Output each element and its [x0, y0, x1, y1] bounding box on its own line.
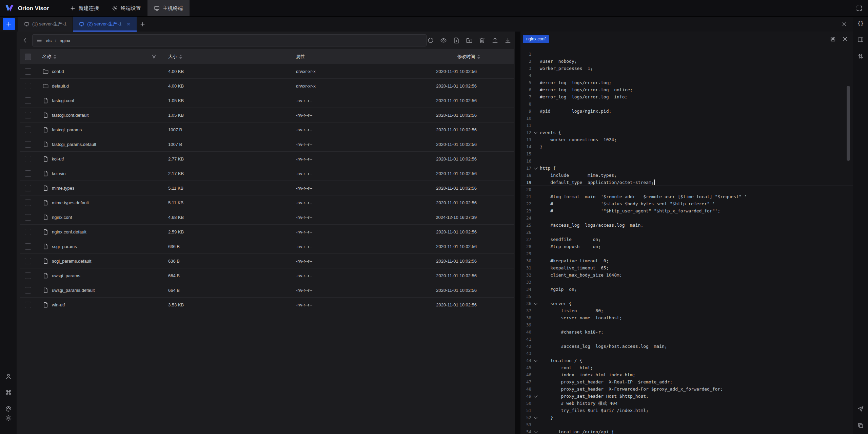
- code-line-2[interactable]: 2#user nobody;: [520, 58, 853, 65]
- code-line-12[interactable]: 12events {: [520, 129, 853, 136]
- code-line-53[interactable]: 53: [520, 421, 853, 428]
- sort-size-icon[interactable]: [179, 55, 182, 59]
- file-row-conf.d[interactable]: conf.d4.00 KBdrwxr-xr-x2020-11-01 10:02:…: [20, 64, 514, 79]
- column-header-mtime[interactable]: 修改时间: [457, 54, 475, 60]
- file-name[interactable]: conf.d: [52, 69, 64, 74]
- row-checkbox[interactable]: [25, 214, 31, 221]
- code-line-42[interactable]: 42 #access_log logs/host.access.log main…: [520, 343, 853, 350]
- file-row-mime.types.default[interactable]: mime.types.default5.11 KB-rw-r--r--2020-…: [20, 195, 514, 210]
- file-name[interactable]: koi-utf: [52, 156, 64, 162]
- send-button[interactable]: [857, 405, 864, 412]
- tab-server-1[interactable]: (1) server-生产-1: [18, 17, 73, 32]
- editor-close-button[interactable]: [842, 36, 848, 42]
- code-line-24[interactable]: 24: [520, 214, 853, 222]
- list-icon[interactable]: [36, 37, 42, 43]
- file-name[interactable]: default.d: [52, 83, 69, 89]
- row-checkbox[interactable]: [25, 185, 31, 191]
- tab-server-2[interactable]: (2) server-生产-1: [73, 17, 137, 32]
- file-row-default.d[interactable]: default.d4.00 KBdrwxr-xr-x2020-11-01 10:…: [20, 79, 514, 93]
- code-line-27[interactable]: 27 sendfile on;: [520, 236, 853, 243]
- file-name[interactable]: scgi_params.default: [52, 259, 91, 264]
- new-connection-button[interactable]: [3, 18, 15, 30]
- code-line-54[interactable]: 54 location /orion/api {: [520, 428, 853, 434]
- file-name[interactable]: mime.types.default: [52, 200, 89, 205]
- file-row-scgi_params.default[interactable]: scgi_params.default636 B-rw-r--r--2020-1…: [20, 254, 514, 268]
- new-folder-button[interactable]: [465, 36, 473, 44]
- code-line-52[interactable]: 52 }: [520, 414, 853, 421]
- refresh-button[interactable]: [427, 36, 435, 44]
- file-name[interactable]: scgi_params: [52, 244, 77, 249]
- new-file-button[interactable]: [452, 36, 460, 44]
- code-line-11[interactable]: 11: [520, 122, 853, 129]
- sort-mtime-icon[interactable]: [477, 55, 480, 59]
- row-checkbox[interactable]: [25, 170, 31, 177]
- file-row-koi-utf[interactable]: koi-utf2.77 KB-rw-r--r--2020-11-01 10:02…: [20, 152, 514, 166]
- row-checkbox[interactable]: [25, 156, 31, 162]
- braces-button[interactable]: {}: [857, 20, 864, 26]
- file-name[interactable]: uwsgi_params: [52, 273, 80, 278]
- code-line-22[interactable]: 22 # '$status $body_bytes_sent "$http_re…: [520, 200, 853, 207]
- code-line-37[interactable]: 37 listen 80;: [520, 307, 853, 314]
- row-checkbox[interactable]: [25, 272, 31, 279]
- file-row-uwsgi_params[interactable]: uwsgi_params664 B-rw-r--r--2020-11-01 10…: [20, 268, 514, 283]
- swap-button[interactable]: [857, 53, 864, 60]
- file-name[interactable]: fastcgi.conf: [52, 98, 74, 103]
- file-name[interactable]: koi-win: [52, 171, 65, 176]
- file-name[interactable]: win-utf: [52, 302, 65, 307]
- code-line-47[interactable]: 47 proxy_set_header X-Real-IP $remote_ad…: [520, 378, 853, 385]
- code-line-3[interactable]: 3worker_processes 1;: [520, 65, 853, 72]
- code-editor[interactable]: 12#user nobody;3worker_processes 1;45#er…: [520, 51, 853, 434]
- fold-chevron-icon[interactable]: [534, 415, 537, 419]
- theme-button[interactable]: [5, 405, 12, 412]
- fold-chevron-icon[interactable]: [534, 394, 537, 397]
- code-line-49[interactable]: 49 proxy_set_header Host $http_host;: [520, 393, 853, 400]
- upload-button[interactable]: [491, 36, 499, 44]
- code-line-29[interactable]: 29: [520, 250, 853, 257]
- code-line-28[interactable]: 28 #tcp_nopush on;: [520, 243, 853, 250]
- code-line-16[interactable]: 16: [520, 157, 853, 165]
- row-checkbox[interactable]: [25, 68, 31, 75]
- code-line-23[interactable]: 23 # '"$http_user_agent" "$http_x_forwar…: [520, 207, 853, 214]
- row-checkbox[interactable]: [25, 287, 31, 294]
- nav-host-terminal[interactable]: 主机终端: [147, 0, 190, 16]
- file-name[interactable]: nginx.conf.default: [52, 229, 86, 234]
- code-line-6[interactable]: 6#error_log logs/error.log notice;: [520, 86, 853, 93]
- breadcrumb[interactable]: etc / nginx: [32, 34, 427, 46]
- row-checkbox[interactable]: [25, 112, 31, 118]
- breadcrumb-item-etc[interactable]: etc: [46, 38, 52, 43]
- code-line-20[interactable]: 20: [520, 186, 853, 193]
- row-checkbox[interactable]: [25, 141, 31, 148]
- code-line-32[interactable]: 32 client_max_body_size 1048m;: [520, 271, 853, 279]
- editor-scrollbar[interactable]: [847, 86, 850, 161]
- code-line-8[interactable]: 8: [520, 100, 853, 108]
- file-name[interactable]: uwsgi_params.default: [52, 288, 95, 293]
- fold-chevron-icon[interactable]: [534, 301, 537, 305]
- column-header-size[interactable]: 大小: [168, 54, 177, 60]
- code-line-30[interactable]: 30 #keepalive_timeout 0;: [520, 257, 853, 264]
- user-button[interactable]: [5, 373, 12, 380]
- new-tab-button[interactable]: [137, 17, 149, 32]
- command-button[interactable]: [5, 389, 12, 396]
- breadcrumb-item-nginx[interactable]: nginx: [60, 38, 70, 43]
- file-row-nginx.conf.default[interactable]: nginx.conf.default2.59 KB-rw-r--r--2020-…: [20, 225, 514, 239]
- code-line-14[interactable]: 14}: [520, 143, 853, 150]
- code-line-5[interactable]: 5#error_log logs/error.log;: [520, 79, 853, 86]
- fullscreen-button[interactable]: [856, 5, 863, 12]
- file-row-fastcgi.conf.default[interactable]: fastcgi.conf.default1.05 KB-rw-r--r--202…: [20, 108, 514, 122]
- row-checkbox[interactable]: [25, 127, 31, 133]
- select-all-checkbox[interactable]: [25, 54, 31, 60]
- code-line-7[interactable]: 7#error_log logs/error.log info;: [520, 93, 853, 100]
- panel-splitter[interactable]: [515, 32, 520, 434]
- code-line-15[interactable]: 15: [520, 150, 853, 157]
- code-line-41[interactable]: 41: [520, 336, 853, 343]
- row-checkbox[interactable]: [25, 229, 31, 235]
- row-checkbox[interactable]: [25, 200, 31, 206]
- code-line-19[interactable]: 19 default_type application/octet-stream…: [520, 179, 853, 186]
- code-line-34[interactable]: 34 #gzip on;: [520, 286, 853, 293]
- code-line-45[interactable]: 45 root html;: [520, 364, 853, 371]
- code-line-31[interactable]: 31 keepalive_timeout 65;: [520, 264, 853, 271]
- file-row-fastcgi.conf[interactable]: fastcgi.conf1.05 KB-rw-r--r--2020-11-01 …: [20, 93, 514, 108]
- delete-button[interactable]: [478, 36, 486, 44]
- code-line-38[interactable]: 38 server_name localhost;: [520, 314, 853, 321]
- code-line-13[interactable]: 13 worker_connections 1024;: [520, 136, 853, 143]
